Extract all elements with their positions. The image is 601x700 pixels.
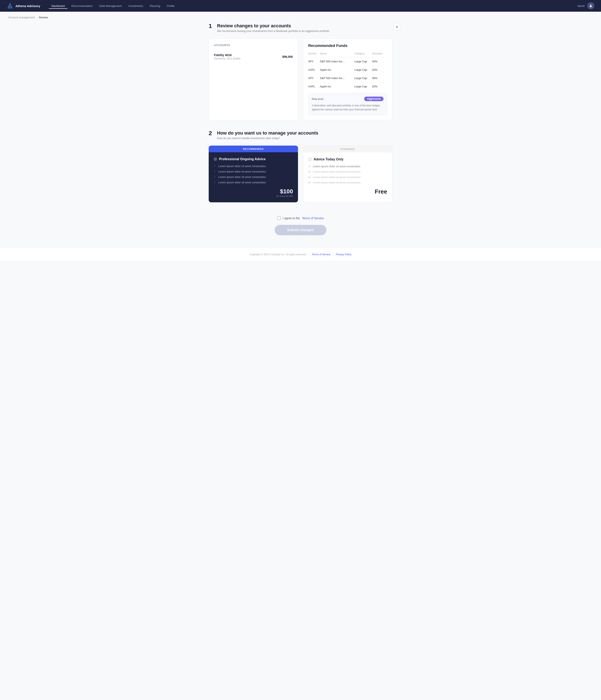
fund-allocation-0: 30% <box>372 57 387 66</box>
fund-allocation-2: 30% <box>372 74 387 82</box>
fund-allocation-3: 20% <box>372 82 387 90</box>
nav-profile[interactable]: Profile <box>164 3 177 9</box>
funds-table-wrapper[interactable]: Symbol Name Category Allocation SPY S&P … <box>308 52 387 90</box>
section1-subtitle: We recommend moving your investments fro… <box>217 29 330 32</box>
rec-feature-2: ✓Lorem ipsum dolor sit amet consectetur. <box>214 175 293 178</box>
section2-number: 2 <box>209 130 214 136</box>
logo-icon <box>7 2 14 9</box>
fund-name-0: S&P 500 Index fun... <box>320 57 355 66</box>
footer-privacy-link[interactable]: Privacy Policy <box>336 253 352 256</box>
breadcrumb-current: Review <box>39 16 48 19</box>
col-name: Name <box>320 52 355 57</box>
footer-sep1: | <box>309 253 310 256</box>
fund-category-3: Large Cap <box>354 82 372 90</box>
footer-copyright: Copyright © 2023 Company Inc. All rights… <box>249 253 307 256</box>
std-feature-text-2: Lorem ipsum dolor sit amet consectetur. <box>313 176 361 179</box>
terms-agree-text: I agree to the <box>283 217 300 220</box>
plan-recommended-title-row: Professional Ongoing Advice <box>214 157 293 161</box>
check-std-icon-2: ✓ <box>308 175 311 179</box>
close-button[interactable]: ✕ <box>393 23 401 31</box>
accounts-label: Accounts <box>214 44 293 47</box>
fund-name-1: Apple Inc <box>320 66 355 74</box>
fund-name-2: S&P 500 Index fun... <box>320 74 355 82</box>
nav-planning[interactable]: Planning <box>147 3 163 9</box>
std-feature-2: ✓Lorem ipsum dolor sit amet consectetur. <box>308 175 387 179</box>
risk-badge: Aggressive <box>364 97 384 101</box>
section-management: 2 How do you want us to manage your acco… <box>209 130 392 202</box>
risk-label: Risk level <box>312 97 323 101</box>
col-symbol: Symbol <box>308 52 320 57</box>
std-feature-text-0: Lorem ipsum dolor sit amet consectetur. <box>313 165 361 168</box>
funds-row-3: AAPL Apple Inc Large Cap 20% <box>308 82 387 90</box>
funds-row-2: SPY S&P 500 Index fun... Large Cap 30% <box>308 74 387 82</box>
nav-dashboard[interactable]: Dashboard <box>49 3 68 9</box>
footer-tos-link[interactable]: Terms of Service <box>312 253 330 256</box>
plan-recommended-price-row: $100 for every $1,000 <box>214 188 293 197</box>
navigation: Athena Advisory Dashboard Recommendation… <box>0 0 601 12</box>
terms-of-service-link[interactable]: Terms of Service <box>302 217 324 220</box>
fund-category-2: Large Cap <box>354 74 372 82</box>
user-name: Name <box>577 4 585 7</box>
section1-title: Review changes to your accounts <box>217 23 330 29</box>
plan-standard-price: Free <box>375 189 387 195</box>
section-review: 1 Review changes to your accounts We rec… <box>209 23 392 120</box>
rec-feature-3: ✓Lorem ipsum dolor sit amet consectetur. <box>214 181 293 184</box>
plan-recommended-price: $100 for every $1,000 <box>277 188 293 197</box>
rec-feature-1: ✓Lorem ipsum dolor sit amet consectetur. <box>214 170 293 173</box>
plan-options: RECOMMENDED Professional Ongoing Advice … <box>209 146 392 202</box>
section2-title: How do you want us to manage your accoun… <box>217 130 318 136</box>
logo[interactable]: Athena Advisory <box>7 2 40 9</box>
account-owner: Owned by: John Smithe <box>214 57 240 60</box>
plan-standard-badge: STANDARD <box>303 146 392 152</box>
breadcrumb-parent[interactable]: Account management <box>8 16 34 19</box>
rec-feature-0: ✓Lorem ipsum dolor sit amet consectetur. <box>214 165 293 168</box>
col-category: Category <box>354 52 372 57</box>
rec-feature-text-2: Lorem ipsum dolor sit amet consectetur. <box>218 175 266 178</box>
breadcrumb: Account management › Review <box>0 12 601 21</box>
terms-section: I agree to the Terms of Service Submit c… <box>209 212 392 235</box>
funds-table: Symbol Name Category Allocation SPY S&P … <box>308 52 387 90</box>
risk-row: Risk level Aggressive <box>312 97 384 101</box>
section2-subtitle: How do you want to handle investments af… <box>217 136 318 140</box>
plan-recommended-body: Professional Ongoing Advice ✓Lorem ipsum… <box>209 152 298 202</box>
check-icon-3: ✓ <box>214 181 216 184</box>
fund-symbol-2: SPY <box>308 74 320 82</box>
check-icon-1: ✓ <box>214 170 216 173</box>
col-allocation: Allocation <box>372 52 387 57</box>
plan-recommended-title: Professional Ongoing Advice <box>219 157 266 161</box>
check-std-icon-0: ✓ <box>308 165 311 168</box>
plan-standard-radio[interactable] <box>308 158 312 161</box>
nav-investments[interactable]: Investments <box>125 3 146 9</box>
risk-description: A diversified, well allocated portfolio … <box>312 104 384 111</box>
breadcrumb-separator: › <box>36 16 37 19</box>
plan-standard-price-amount: Free <box>375 189 387 195</box>
funds-row-0: SPY S&P 500 Index fun... Large Cap 30% <box>308 57 387 66</box>
nav-links: Dashboard Recommendation Debt Management… <box>49 3 578 9</box>
std-feature-0: ✓Lorem ipsum dolor sit amet consectetur. <box>308 165 387 168</box>
nav-recommendation[interactable]: Recommendation <box>68 3 96 9</box>
check-icon-0: ✓ <box>214 165 216 168</box>
user-avatar[interactable] <box>587 2 594 9</box>
plan-recommended-features: ✓Lorem ipsum dolor sit amet consectetur.… <box>214 165 293 184</box>
accounts-card: Accounts Fidelity 401K Owned by: John Sm… <box>209 39 298 120</box>
section1-header: 1 Review changes to your accounts We rec… <box>209 23 392 32</box>
funds-card: Recommended Funds Symbol Name Category A… <box>303 39 392 120</box>
plan-recommended-radio[interactable] <box>214 157 217 161</box>
fund-allocation-1: 20% <box>372 66 387 74</box>
std-feature-text-1: Lorem ipsum dolor sit amet consectetur. <box>313 170 361 173</box>
risk-section: Risk level Aggressive A diversified, wel… <box>308 93 387 115</box>
submit-button[interactable]: Submit changes <box>274 225 327 235</box>
section2-title-block: How do you want us to manage your accoun… <box>217 130 318 140</box>
footer-sep2: | <box>333 253 334 256</box>
section1-title-block: Review changes to your accounts We recom… <box>217 23 330 32</box>
fund-name-3: Apple Inc <box>320 82 355 90</box>
terms-checkbox[interactable] <box>277 217 281 220</box>
std-feature-1: ✓Lorem ipsum dolor sit amet consectetur. <box>308 170 387 173</box>
plan-recommended-card: RECOMMENDED Professional Ongoing Advice … <box>209 146 298 202</box>
plan-standard-title-row: Advice Today Only <box>308 157 387 161</box>
section1-number: 1 <box>209 23 214 29</box>
check-std-icon-1: ✓ <box>308 170 311 173</box>
plan-recommended-badge: RECOMMENDED <box>209 146 298 152</box>
terms-row: I agree to the Terms of Service <box>277 217 324 220</box>
nav-debt-management[interactable]: Debt Management <box>96 3 125 9</box>
